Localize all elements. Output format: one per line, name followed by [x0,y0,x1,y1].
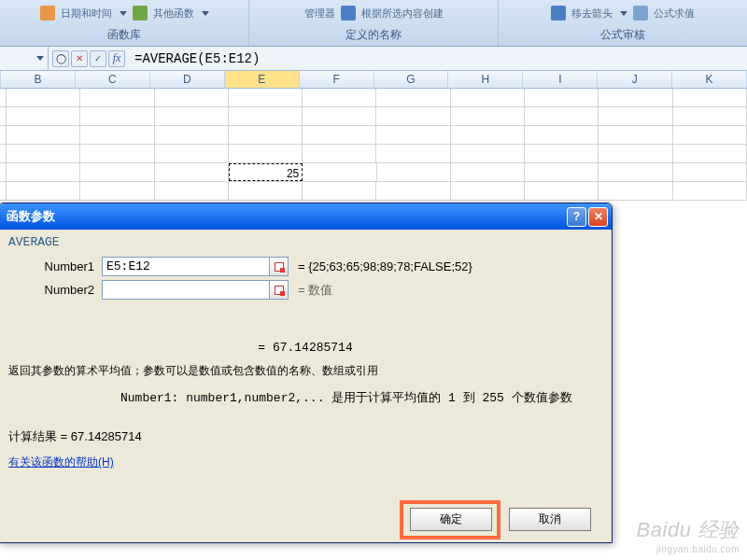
column-header-c[interactable]: C [76,71,150,88]
argument-label: Number2 [8,283,102,297]
watermark: Baidu 经验 jingyan.baidu.com [637,516,740,554]
column-header-g[interactable]: G [374,71,449,88]
chevron-down-icon [620,11,627,16]
formula-bar: ◯ ✕ ✓ fx [0,47,747,71]
argument-evaluated: = {25;63;65;98;89;78;FALSE;52} [298,259,472,273]
ribbon-group-names: 管理器 根据所选内容创建 定义的名称 [249,0,499,46]
ribbon-group-label: 定义的名称 [249,27,498,43]
ribbon-group-label: 函数库 [0,27,248,43]
selected-range-cell[interactable]: 25 [229,163,303,181]
evaluate-formula-icon [633,6,648,21]
calc-result-value: 67.14285714 [71,429,142,443]
spreadsheet-grid[interactable]: 25 [0,89,747,201]
column-header-e[interactable]: E [225,71,300,88]
ribbon-item-create[interactable]: 根据所选内容创建 [361,7,444,21]
function-name-label: AVERAGE [8,235,602,249]
cancel-button[interactable]: 取消 [509,508,591,531]
argument-input-number1[interactable] [102,257,270,276]
calc-result-label: 计算结果 = [8,429,71,443]
ribbon-group-functions: 日期和时间 其他函数 函数库 [0,0,249,46]
dialog-help-button[interactable]: ? [567,207,586,227]
argument-evaluated: = 数值 [298,282,332,299]
inline-result: = 67.14285714 [8,341,602,355]
other-functions-icon [133,6,148,21]
chevron-down-icon [36,56,44,61]
watermark-brand: Baidu 经验 [637,518,740,541]
ribbon-item-evaluate[interactable]: 公式求值 [654,7,695,21]
function-arguments-dialog: 函数参数 ? ✕ AVERAGE Number1 = {25;63;65;98;… [0,203,613,543]
column-header-f[interactable]: F [300,71,374,88]
ribbon-item-datetime[interactable]: 日期和时间 [61,7,112,21]
argument-row: Number1 = {25;63;65;98;89;78;FALSE;52} [8,257,602,276]
ribbon-item-remove[interactable]: 移去箭头 [571,7,613,21]
range-selector-icon [275,262,284,272]
dialog-titlebar[interactable]: 函数参数 ? ✕ [0,203,612,230]
function-help-link[interactable]: 有关该函数的帮助(H) [8,455,114,469]
range-selector-button[interactable] [269,280,289,300]
column-header-b[interactable]: B [1,71,76,88]
ribbon-group-label: 公式审核 [499,27,747,43]
chevron-down-icon [120,11,127,16]
column-header-k[interactable]: K [672,71,747,88]
ribbon-item-manager[interactable]: 管理器 [304,7,335,21]
ribbon-item-other[interactable]: 其他函数 [153,7,194,21]
range-selector-button[interactable] [269,257,289,276]
watermark-sub: jingyan.baidu.com [637,544,740,554]
argument-description: Number1: number1,number2,... 是用于计算平均值的 1… [8,389,602,406]
dialog-button-row: 确定 取消 [410,508,591,531]
column-header-i[interactable]: I [523,71,598,88]
argument-row: Number2 = 数值 [8,280,602,300]
column-header-j[interactable]: J [598,71,672,88]
formula-toolbar: ◯ ✕ ✓ fx [49,50,129,67]
name-box[interactable] [0,47,49,70]
formula-input[interactable] [129,51,747,66]
date-time-icon [40,6,55,21]
create-from-selection-icon [341,6,356,21]
argument-input-number2[interactable] [102,280,270,300]
argument-label: Number1 [8,259,102,273]
accept-formula-button[interactable]: ✓ [90,50,106,67]
range-selector-icon [275,286,284,295]
collapse-button[interactable]: ◯ [52,50,69,67]
dialog-body: AVERAGE Number1 = {25;63;65;98;89;78;FAL… [0,230,612,478]
ribbon: 日期和时间 其他函数 函数库 管理器 根据所选内容创建 定义的名称 移去箭头 公… [0,0,747,47]
remove-arrows-icon [551,6,566,21]
dialog-close-button[interactable]: ✕ [588,207,608,227]
chevron-down-icon [202,11,209,16]
column-headers: B C D E F G H I J K [0,71,747,89]
calculation-result: 计算结果 = 67.14285714 [8,428,602,445]
cancel-formula-button[interactable]: ✕ [71,50,88,67]
ok-button[interactable]: 确定 [410,508,492,531]
fx-button[interactable]: fx [108,50,125,67]
ribbon-group-audit: 移去箭头 公式求值 公式审核 [499,0,747,46]
column-header-h[interactable]: H [448,71,523,88]
dialog-title: 函数参数 [7,208,565,225]
column-header-d[interactable]: D [150,71,225,88]
function-description: 返回其参数的算术平均值；参数可以是数值或包含数值的名称、数组或引用 [8,362,602,380]
